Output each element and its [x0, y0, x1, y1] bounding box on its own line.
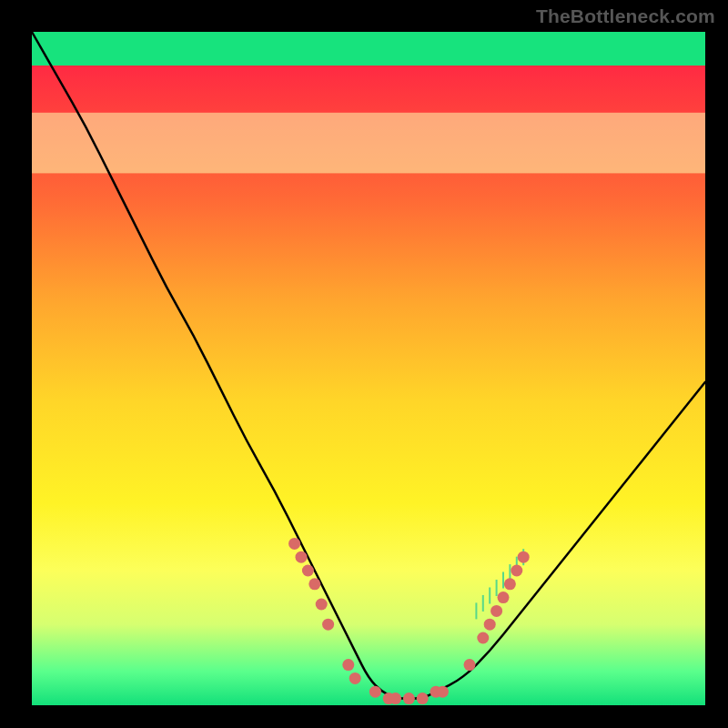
svg-point-9: [296, 551, 308, 563]
svg-point-27: [498, 592, 510, 603]
chart-overlay: [32, 32, 705, 705]
svg-point-13: [322, 619, 334, 631]
svg-point-16: [369, 686, 381, 698]
svg-point-19: [403, 693, 415, 704]
watermark-text: TheBottleneck.com: [536, 5, 715, 27]
svg-point-8: [288, 538, 300, 550]
yellow-highlight-band: [32, 113, 705, 174]
svg-point-29: [511, 565, 522, 577]
svg-point-26: [490, 605, 502, 617]
svg-point-22: [437, 686, 449, 698]
svg-point-15: [349, 672, 361, 684]
svg-point-30: [518, 551, 530, 563]
plot-area: [32, 32, 705, 705]
svg-point-10: [302, 565, 314, 577]
svg-point-18: [389, 693, 401, 704]
svg-point-14: [342, 659, 354, 671]
svg-point-20: [417, 693, 429, 704]
svg-point-12: [316, 599, 328, 611]
svg-point-24: [477, 632, 489, 644]
svg-point-25: [484, 619, 496, 631]
chart-container: TheBottleneck.com: [0, 0, 728, 728]
green-highlight-band: [32, 32, 705, 66]
svg-point-23: [464, 659, 476, 671]
svg-point-11: [308, 578, 320, 590]
svg-point-28: [504, 578, 516, 590]
highlighted-points: [288, 538, 530, 704]
